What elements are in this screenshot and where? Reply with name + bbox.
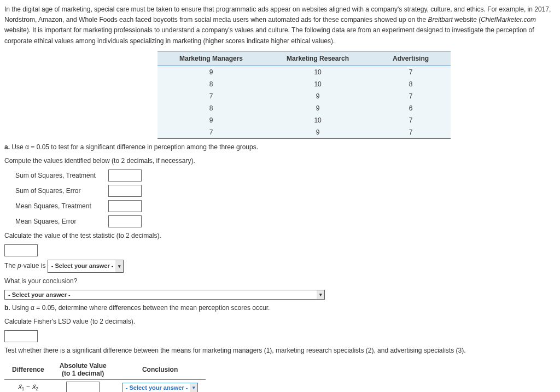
table-cell: 8 xyxy=(158,78,265,90)
table-cell: 8 xyxy=(158,102,265,114)
table-row: 797 xyxy=(158,90,451,102)
col-header: Marketing Research xyxy=(265,51,371,66)
table-cell: 10 xyxy=(265,78,371,90)
intro-text: In the digital age of marketing, special… xyxy=(4,5,534,13)
question-b: b. Using α = 0.05, determine where diffe… xyxy=(4,303,556,313)
table-cell: 6 xyxy=(371,102,451,114)
table-cell: 7 xyxy=(371,90,451,102)
col-header: Advertising xyxy=(371,51,451,66)
mst-label: Mean Squares, Treatment xyxy=(15,202,108,210)
intro-text: website ( xyxy=(453,16,481,24)
source-italic: ChiefMarketer.com xyxy=(481,16,536,24)
question-a: a. Use α = 0.05 to test for a significan… xyxy=(4,142,556,153)
chevron-down-icon: ▾ xyxy=(317,290,324,299)
table-cell: 7 xyxy=(371,126,451,139)
intro-paragraph: In the digital age of marketing, special… xyxy=(4,4,556,46)
table-cell: 10 xyxy=(265,114,371,126)
breitbart-italic: Breitbart xyxy=(428,16,452,24)
difference-table: Difference Absolute Value(to 1 decimal) … xyxy=(4,360,206,392)
table-cell: 7 xyxy=(158,90,265,102)
test-instruction: Test whether there is a significant diff… xyxy=(4,346,556,356)
select-placeholder: - Select your answer - xyxy=(51,262,114,269)
table-cell: 9 xyxy=(158,66,265,78)
pvalue-line: The p-value is - Select your answer - ▾ xyxy=(4,260,556,273)
part-a-label: a. xyxy=(4,143,11,151)
pval-text: The xyxy=(4,262,18,270)
mse-label: Mean Squares, Error xyxy=(15,218,108,225)
select-placeholder: - Select your answer - xyxy=(126,384,188,391)
pvalue-select[interactable]: - Select your answer - ▾ xyxy=(48,260,124,273)
table-row: 797 xyxy=(158,126,451,139)
table-row: 9107 xyxy=(158,114,451,126)
p-letter: p xyxy=(18,262,21,270)
diff-header: Difference xyxy=(4,360,52,380)
sst-input[interactable] xyxy=(108,169,142,182)
test-stat-input[interactable] xyxy=(4,244,38,256)
table-row: 9107 xyxy=(158,66,451,78)
sse-label: Sum of Squares, Error xyxy=(15,187,108,195)
diff-conclusion-select[interactable]: - Select your answer -▾ xyxy=(122,383,199,392)
col-header: Marketing Managers xyxy=(158,51,265,66)
table-row: x̄1 − x̄2- Select your answer -▾ xyxy=(4,379,206,392)
mse-input[interactable] xyxy=(108,215,142,227)
table-cell: 7 xyxy=(158,126,265,139)
part-b-text: Using α = 0.05, determine where differen… xyxy=(12,304,270,312)
diff-label: x̄1 − x̄2 xyxy=(4,379,52,392)
chevron-down-icon: ▾ xyxy=(115,260,123,272)
table-cell: 10 xyxy=(265,66,371,78)
table-row: 896 xyxy=(158,102,451,114)
conclusion-select[interactable]: - Select your answer - ▾ xyxy=(4,290,325,300)
concl-header: Conclusion xyxy=(114,360,206,380)
lsd-input[interactable] xyxy=(4,330,38,342)
mst-input[interactable] xyxy=(108,200,142,212)
pval-text: -value is xyxy=(21,262,48,270)
table-cell: 7 xyxy=(371,66,451,78)
table-row: 8108 xyxy=(158,78,451,90)
conclusion-label: What is your conclusion? xyxy=(4,276,556,286)
abs-header: Absolute Value(to 1 decimal) xyxy=(52,360,114,380)
compute-instruction: Compute the values identified below (to … xyxy=(4,156,556,166)
concl-cell: - Select your answer -▾ xyxy=(114,379,206,392)
table-cell: 8 xyxy=(371,78,451,90)
abs-input[interactable] xyxy=(66,382,100,392)
table-cell: 9 xyxy=(265,126,371,139)
select-placeholder: - Select your answer - xyxy=(8,291,71,298)
intro-text: website). It is important for marketing … xyxy=(4,26,534,44)
table-cell: 9 xyxy=(265,102,371,114)
chevron-down-icon: ▾ xyxy=(190,383,197,392)
calc-test-stat: Calculate the value of the test statisti… xyxy=(4,231,556,241)
table-cell: 7 xyxy=(371,114,451,126)
year: 2017 xyxy=(534,5,549,13)
part-a-text: Use α = 0.05 to test for a significant d… xyxy=(11,143,258,151)
sse-input[interactable] xyxy=(108,185,142,197)
fisher-lsd-instruction: Calculate Fisher's LSD value (to 2 decim… xyxy=(4,317,556,327)
data-table: Marketing Managers Marketing Research Ad… xyxy=(158,51,451,139)
sst-label: Sum of Squares, Treatment xyxy=(15,172,108,179)
table-cell: 9 xyxy=(158,114,265,126)
abs-cell xyxy=(52,379,114,392)
table-cell: 9 xyxy=(265,90,371,102)
